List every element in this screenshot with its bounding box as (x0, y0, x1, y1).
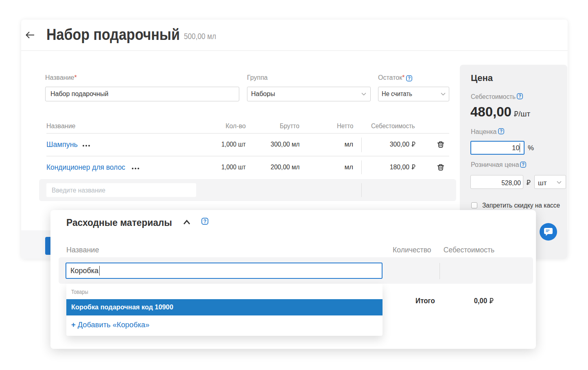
svg-text:?: ? (522, 162, 525, 167)
svg-text:?: ? (518, 94, 521, 99)
svg-text:?: ? (203, 219, 207, 224)
svg-text:?: ? (408, 76, 411, 81)
svg-text:?: ? (500, 129, 503, 134)
